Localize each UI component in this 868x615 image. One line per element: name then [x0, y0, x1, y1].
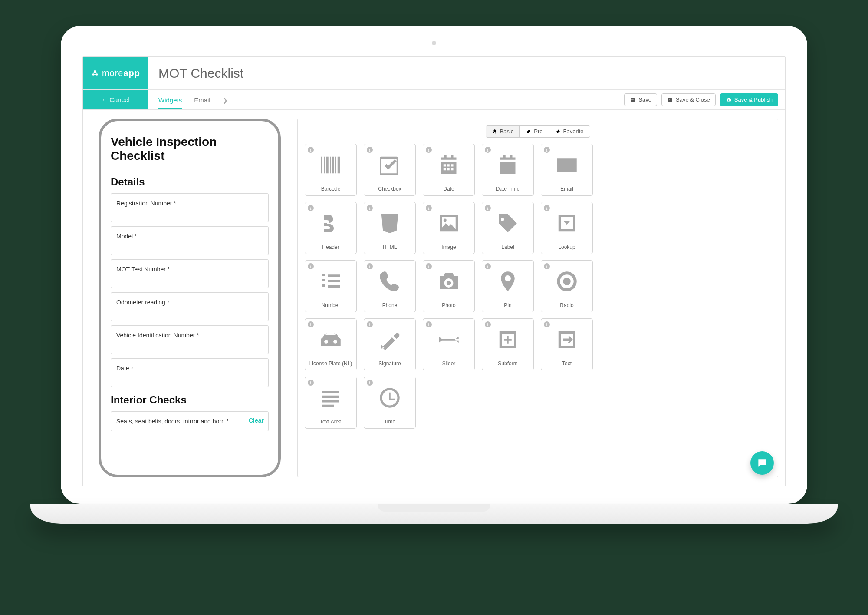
widget-date[interactable]: iDate: [423, 144, 475, 196]
save-label: Save: [638, 96, 651, 103]
info-icon[interactable]: i: [367, 205, 373, 211]
widget-label: HTML: [381, 244, 399, 250]
widget-label: Image: [440, 244, 457, 250]
widget-label: Text: [560, 360, 573, 367]
widget-checkbox[interactable]: iCheckbox: [364, 144, 416, 196]
info-icon[interactable]: i: [485, 263, 491, 269]
chat-fab[interactable]: [750, 451, 774, 475]
widget-html[interactable]: iHTML: [364, 202, 416, 254]
widget-label: Number: [320, 302, 342, 308]
info-icon[interactable]: i: [544, 147, 550, 153]
filter-pro[interactable]: Pro: [520, 126, 549, 137]
widget-signature[interactable]: iSignature: [364, 318, 416, 370]
field-mot-number[interactable]: MOT Test Number *: [111, 259, 269, 288]
section-details: Details: [111, 176, 269, 188]
widget-time[interactable]: iTime: [364, 377, 416, 429]
top-bar: moreapp MOT Checklist: [83, 57, 785, 90]
widget-label[interactable]: iLabel: [482, 202, 534, 254]
cancel-label: Cancel: [109, 96, 130, 103]
laptop-camera: [432, 41, 436, 45]
field-interior-seats[interactable]: Seats, seat belts, doors, mirror and hor…: [111, 411, 269, 431]
widget-label: Phone: [381, 302, 399, 308]
widget-label: Date: [441, 186, 456, 192]
field-vin[interactable]: Vehicle Identification Number *: [111, 325, 269, 354]
widget-label: Time: [382, 419, 397, 425]
field-odometer[interactable]: Odometer reading *: [111, 292, 269, 321]
laptop-frame: moreapp MOT Checklist ← Cancel Widgets E…: [61, 26, 807, 524]
info-icon[interactable]: i: [426, 147, 432, 153]
save-publish-label: Save & Publish: [734, 96, 773, 103]
widget-label: Radio: [558, 302, 575, 308]
tab-more-chevron[interactable]: ❯: [223, 92, 228, 109]
field-model[interactable]: Model *: [111, 226, 269, 255]
filter-basic[interactable]: Basic: [486, 126, 520, 137]
preview-column: Vehicle Inspection Checklist Details Reg…: [90, 119, 289, 477]
info-icon[interactable]: i: [308, 263, 314, 269]
info-icon[interactable]: i: [544, 263, 550, 269]
info-icon[interactable]: i: [485, 205, 491, 211]
widget-email[interactable]: iEmail: [541, 144, 593, 196]
widget-label: Text Area: [318, 419, 343, 425]
widget-licenseplate[interactable]: iLicense Plate (NL): [305, 318, 357, 370]
widget-textarea[interactable]: iText Area: [305, 377, 357, 429]
widget-text[interactable]: iText: [541, 318, 593, 370]
widget-subform[interactable]: iSubform: [482, 318, 534, 370]
info-icon[interactable]: i: [485, 147, 491, 153]
widget-slider[interactable]: iSlider: [423, 318, 475, 370]
widget-label: Signature: [377, 360, 402, 367]
info-icon[interactable]: i: [426, 263, 432, 269]
widget-radio[interactable]: iRadio: [541, 260, 593, 312]
info-icon[interactable]: i: [367, 263, 373, 269]
section-interior: Interior Checks: [111, 394, 269, 406]
info-icon[interactable]: i: [367, 380, 373, 386]
widget-datetime[interactable]: iDate Time: [482, 144, 534, 196]
widget-grid: iBarcodeiCheckboxiDateiDate TimeiEmailiH…: [305, 144, 771, 429]
clear-button[interactable]: Clear: [249, 417, 264, 424]
widget-photo[interactable]: iPhoto: [423, 260, 475, 312]
field-date[interactable]: Date *: [111, 358, 269, 387]
info-icon[interactable]: i: [544, 205, 550, 211]
widget-number[interactable]: iNumber: [305, 260, 357, 312]
tab-widgets[interactable]: Widgets: [158, 91, 182, 109]
info-icon[interactable]: i: [426, 321, 432, 327]
info-icon[interactable]: i: [367, 321, 373, 327]
widget-lookup[interactable]: iLookup: [541, 202, 593, 254]
laptop-notch: [378, 504, 490, 512]
tab-email[interactable]: Email: [194, 91, 210, 109]
info-icon[interactable]: i: [308, 380, 314, 386]
info-icon[interactable]: i: [544, 321, 550, 327]
leaf-icon: [526, 129, 531, 134]
cubes-icon: [492, 129, 497, 134]
widget-filter-tabs: Basic Pro Favorite: [305, 125, 771, 138]
info-icon[interactable]: i: [367, 147, 373, 153]
brand-name-bold: app: [124, 68, 141, 78]
save-button[interactable]: Save: [624, 93, 657, 106]
widget-barcode[interactable]: iBarcode: [305, 144, 357, 196]
widget-pin[interactable]: iPin: [482, 260, 534, 312]
app-screen: moreapp MOT Checklist ← Cancel Widgets E…: [82, 56, 786, 486]
info-icon[interactable]: i: [308, 321, 314, 327]
info-icon[interactable]: i: [426, 205, 432, 211]
widget-image[interactable]: iImage: [423, 202, 475, 254]
widget-phone[interactable]: iPhone: [364, 260, 416, 312]
laptop-base: [30, 504, 838, 524]
star-icon: [556, 129, 561, 134]
info-icon[interactable]: i: [308, 147, 314, 153]
widget-label: Lookup: [556, 244, 577, 250]
widget-label: Slider: [441, 360, 457, 367]
arrow-left-icon: ←: [101, 96, 108, 103]
phone-preview: Vehicle Inspection Checklist Details Reg…: [99, 119, 281, 477]
info-icon[interactable]: i: [485, 321, 491, 327]
widget-header[interactable]: iHeader: [305, 202, 357, 254]
widget-label: Email: [559, 186, 575, 192]
save-close-button[interactable]: Save & Close: [661, 93, 716, 106]
save-publish-button[interactable]: Save & Publish: [720, 93, 778, 106]
editor-tabs: Widgets Email ❯: [148, 90, 624, 109]
sub-bar: ← Cancel Widgets Email ❯ Save Save & Clo…: [83, 90, 785, 110]
info-icon[interactable]: i: [308, 205, 314, 211]
field-registration[interactable]: Registration Number *: [111, 193, 269, 222]
filter-favorite[interactable]: Favorite: [549, 126, 590, 137]
save-close-icon: [667, 97, 673, 103]
brand-logo[interactable]: moreapp: [83, 57, 148, 89]
cancel-button[interactable]: ← Cancel: [83, 90, 148, 109]
